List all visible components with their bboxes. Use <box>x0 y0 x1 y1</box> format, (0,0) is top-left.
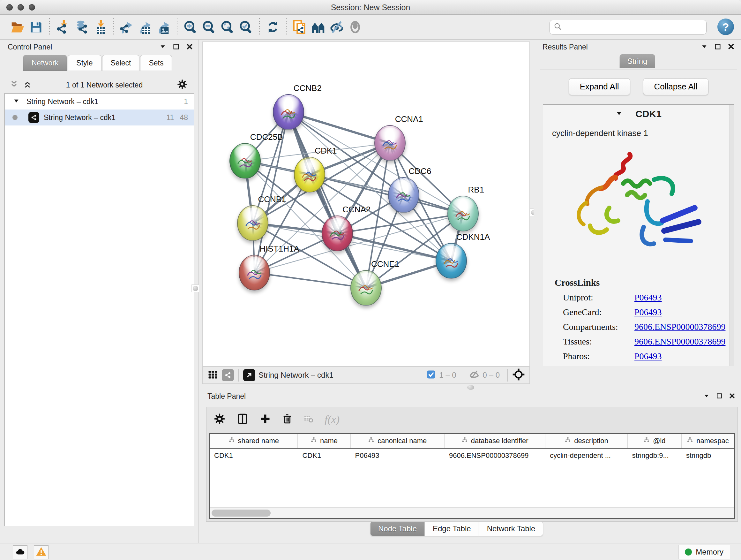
import-table-button[interactable] <box>91 18 109 37</box>
delete-column-trash-icon[interactable] <box>282 414 293 426</box>
network-node-CDC6[interactable] <box>388 177 419 213</box>
cell[interactable]: stringdb:9... <box>628 451 682 460</box>
import-database-button[interactable] <box>72 18 91 37</box>
scrollbar-thumb[interactable] <box>212 509 271 516</box>
tab-string[interactable]: String <box>620 54 655 68</box>
zoom-fit-button[interactable] <box>218 18 237 37</box>
column-header-shared-name[interactable]: shared name <box>210 434 298 448</box>
expand-all-icon[interactable] <box>23 80 32 90</box>
network-node-CCNB2[interactable] <box>273 94 304 130</box>
clone-network-button[interactable] <box>290 18 309 37</box>
tab-sets[interactable]: Sets <box>140 55 172 71</box>
network-node-CDKN1A[interactable] <box>435 243 467 279</box>
horizontal-splitter-handle[interactable] <box>467 385 474 390</box>
results-scrollbar[interactable] <box>730 105 734 366</box>
cloud-button[interactable] <box>13 545 27 559</box>
network-canvas[interactable]: CCNB2 CCNA1 CDC25B CDK1 <box>202 42 530 367</box>
protein-description: cyclin-dependent kinase 1 <box>543 123 734 138</box>
warnings-button[interactable] <box>34 545 49 559</box>
network-node-CDC25B[interactable] <box>229 143 261 179</box>
zoom-in-button[interactable] <box>181 18 200 37</box>
float-panel-icon[interactable] <box>173 43 180 51</box>
birdseye-crosshair-icon[interactable] <box>512 368 525 382</box>
cell[interactable]: CDK1 <box>210 451 298 460</box>
table-settings-gear-icon[interactable] <box>213 413 226 426</box>
network-collection-row[interactable]: String Network – cdk1 1 <box>5 94 194 110</box>
table-horizontal-scrollbar[interactable] <box>210 507 734 518</box>
float-panel-icon[interactable] <box>716 393 723 400</box>
tab-node-table[interactable]: Node Table <box>370 521 425 536</box>
column-header-description[interactable]: description <box>545 434 628 448</box>
open-session-button[interactable] <box>8 18 27 37</box>
crosslink-link[interactable]: 9606.ENSP00000378699 <box>634 322 725 332</box>
zoom-out-button[interactable] <box>200 18 218 37</box>
save-session-button[interactable] <box>27 18 45 37</box>
cell[interactable]: 9606.ENSP00000378699 <box>445 451 545 460</box>
network-node-RB1[interactable] <box>448 196 479 232</box>
selected-counts: 1 – 0 <box>439 371 456 380</box>
cell[interactable]: CDK1 <box>298 451 350 460</box>
collapse-all-button[interactable]: Collapse All <box>643 78 709 95</box>
help-button[interactable]: ? <box>718 18 734 35</box>
network-node-CDK1[interactable] <box>294 157 325 192</box>
tab-style[interactable]: Style <box>68 55 101 71</box>
zoom-selected-button[interactable] <box>237 18 255 37</box>
open-in-new-window-icon[interactable] <box>243 369 255 381</box>
float-panel-icon[interactable] <box>714 43 721 51</box>
selected-checkbox-icon[interactable] <box>426 370 436 381</box>
export-image-button[interactable] <box>154 18 173 37</box>
tab-network[interactable]: Network <box>23 55 67 71</box>
tab-network-table[interactable]: Network Table <box>479 521 543 536</box>
expand-all-button[interactable]: Expand All <box>569 78 630 95</box>
close-panel-icon[interactable] <box>729 393 735 400</box>
tab-select[interactable]: Select <box>102 55 140 71</box>
panel-menu-icon[interactable] <box>701 43 708 51</box>
network-node-CCNB1[interactable] <box>237 205 268 241</box>
tree-expander-icon[interactable] <box>13 98 19 106</box>
collapse-all-icon[interactable] <box>10 80 18 90</box>
export-table-button[interactable] <box>136 18 154 37</box>
neighborhood-houses-button[interactable] <box>309 18 327 37</box>
column-header-database-identifier[interactable]: database identifier <box>445 434 545 448</box>
column-header-namespac[interactable]: namespac <box>682 434 734 448</box>
network-node-CCNA2[interactable] <box>322 215 353 251</box>
crosslink-link[interactable]: 9606.ENSP00000378699 <box>634 336 725 347</box>
column-header-canonical-name[interactable]: canonical name <box>351 434 445 448</box>
hidden-eye-slash-icon[interactable] <box>469 369 480 381</box>
show-eye-button[interactable] <box>346 18 364 37</box>
crosslink-link[interactable]: P06493 <box>634 351 662 361</box>
panel-menu-icon[interactable] <box>159 43 166 51</box>
close-panel-icon[interactable] <box>186 43 193 51</box>
panel-menu-icon[interactable] <box>703 393 710 400</box>
crosslink-label: Uniprot: <box>555 293 634 303</box>
add-column-icon[interactable] <box>259 413 271 426</box>
node-label-CDC6: CDC6 <box>409 166 431 176</box>
show-columns-icon[interactable] <box>237 413 249 426</box>
network-node-HIST1H1A[interactable] <box>239 255 270 291</box>
tab-edge-table[interactable]: Edge Table <box>425 521 479 536</box>
cell[interactable]: P06493 <box>351 451 445 460</box>
table-row[interactable]: CDK1CDK1P064939606.ENSP00000378699cyclin… <box>210 449 734 462</box>
cell[interactable]: stringdb <box>682 451 734 460</box>
column-header--id[interactable]: @id <box>628 434 682 448</box>
refresh-button[interactable] <box>264 18 282 37</box>
network-node-CCNA1[interactable] <box>374 125 406 161</box>
column-header-name[interactable]: name <box>298 434 350 448</box>
export-network-button[interactable] <box>118 18 136 37</box>
protein-expander-icon[interactable] <box>616 110 623 118</box>
left-splitter-handle[interactable] <box>192 285 199 292</box>
crosslink-link[interactable]: P06493 <box>634 293 662 303</box>
grid-view-icon[interactable] <box>207 369 219 381</box>
memory-button[interactable]: Memory <box>678 545 730 559</box>
import-network-button[interactable] <box>54 18 72 37</box>
close-panel-icon[interactable] <box>728 43 735 51</box>
hide-glasses-button[interactable] <box>327 18 346 37</box>
network-row[interactable]: String Network – cdk1 11 48 <box>5 110 194 125</box>
crosslink-link[interactable]: P06493 <box>634 307 662 317</box>
column-type-icon <box>311 437 317 445</box>
search-input[interactable] <box>562 21 706 34</box>
network-node-CCNE1[interactable] <box>350 270 382 306</box>
network-options-gear-icon[interactable] <box>177 79 188 91</box>
cell[interactable]: cyclin-dependent ... <box>545 451 628 460</box>
network-share-icon[interactable] <box>222 369 234 381</box>
